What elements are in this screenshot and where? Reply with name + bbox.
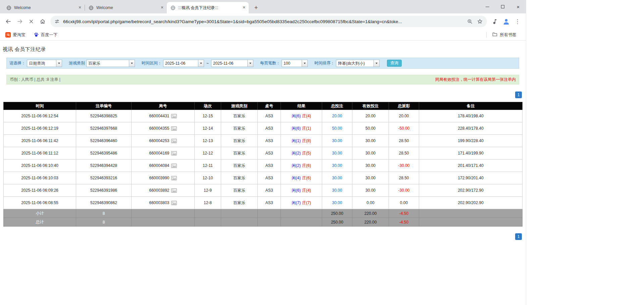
cell-table-no: AS3 [258,160,281,172]
chevron-down-icon[interactable] [302,60,307,67]
filter-label: 请选择： [9,60,26,66]
cell-bet-id: 522946396460 [76,135,132,147]
video-replay-icon[interactable] [171,114,177,118]
bookmark-baidu[interactable]: 百度一下 [32,31,60,39]
total-payout: -4.50 [389,218,419,227]
cell-time: 2025-11-06 06:12:19 [4,122,76,135]
game-type-dropdown[interactable]: 百家乐 [86,60,135,67]
chevron-down-icon[interactable] [129,60,135,67]
cell-result: 闲(2)庄(5) [281,147,322,160]
video-replay-icon[interactable] [171,176,177,180]
video-replay-icon[interactable] [171,200,177,205]
tab-bet-records[interactable]: :::视讯 会员下注纪录::: × [167,2,249,13]
new-tab-button[interactable]: + [251,3,261,12]
cell-bet-id: 522946395486 [76,147,132,160]
tab-close-icon[interactable]: × [241,5,247,10]
cell-total-bet[interactable]: 30.00 [322,135,352,147]
video-replay-icon[interactable] [171,163,177,168]
address-bar[interactable]: 66cxkj98.com/ipl/portal.php/game/betreco… [50,16,487,27]
bookmark-star-icon[interactable] [477,18,483,24]
browser-menu-icon[interactable]: ⋮ [512,16,523,27]
page-size-dropdown[interactable]: 100 [282,60,308,67]
tab-welcome-2[interactable]: Welcome × [85,2,167,13]
cell-total-bet[interactable]: 30.00 [322,184,352,197]
cell-time: 2025-11-06 06:10:40 [4,160,76,172]
cell-round: 660003803 [132,197,195,209]
stop-loading-button[interactable] [26,16,37,27]
dropdown-value: 2025-11-06 [211,60,247,67]
cell-session: 12-10 [195,172,221,184]
table-row: 2025-11-06 06:08:55 522946390862 6600038… [4,197,523,209]
result-banker: 庄(7) [302,200,311,205]
page-1-button[interactable]: 1 [515,233,522,240]
summary-bar: 币别 : 人民币 | 总共 :8 注单 | 同局有效投注，统一计算在该局第一张注… [6,75,519,84]
cell-time: 2025-11-06 06:09:26 [4,184,76,197]
site-favicon [170,5,176,10]
subtotal-label: 小计 [4,209,76,218]
empty-cell [258,209,281,218]
tab-welcome-1[interactable]: Welcome × [3,2,85,13]
cell-total-bet[interactable]: 30.00 [322,197,352,209]
cell-session: 12-13 [195,135,221,147]
tab-close-icon[interactable]: × [159,5,165,10]
chevron-down-icon[interactable] [374,60,379,67]
date-to-dropdown[interactable]: 2025-11-06 [211,60,253,67]
round-number: 660004355 [149,126,169,131]
profile-avatar[interactable] [500,16,512,27]
notice-text: 同局有效投注，统一计算在该局第一张注单内 [435,77,516,82]
media-controls-icon[interactable] [489,16,500,27]
empty-cell [281,209,322,218]
table-row: 2025-11-06 06:11:12 522946395486 6600041… [4,147,523,160]
chevron-down-icon[interactable] [198,60,204,67]
cell-game-type: 百家乐 [221,172,258,184]
dropdown-value: 日期查询 [27,60,56,67]
sort-order-dropdown[interactable]: 降幂(由大到小) [336,60,380,67]
column-header: 有效投注 [352,102,389,110]
cell-payout: -30.00 [389,160,419,172]
query-type-dropdown[interactable]: 日期查询 [27,60,62,67]
cell-total-bet[interactable]: 30.00 [322,172,352,184]
cell-valid-bet: 30.00 [352,184,389,197]
site-info-icon[interactable] [54,19,60,24]
tab-title: Welcome [14,5,75,10]
bookmark-aitaobao[interactable]: 淘 爱淘宝 [3,31,28,39]
back-button[interactable] [3,16,14,27]
page-1-button[interactable]: 1 [515,92,522,98]
column-header: 桌号 [258,102,281,110]
forward-button[interactable] [14,16,26,27]
cell-round: 660004084 [132,160,195,172]
cell-result: 闲(6)庄(1) [281,122,322,135]
dropdown-value: 100 [282,60,302,67]
cell-bet-id: 522946397668 [76,122,132,135]
cell-valid-bet: 30.00 [352,147,389,160]
chevron-down-icon[interactable] [247,60,253,67]
video-replay-icon[interactable] [171,188,177,193]
cell-total-bet[interactable]: 20.00 [322,110,352,122]
tab-close-icon[interactable]: × [77,5,83,10]
minimize-button[interactable] [480,0,495,13]
bet-records-table: 时间注单编号局号场次游戏类别桌号结果总投注有效投注总派彩备注 2025-11-0… [3,102,523,227]
video-replay-icon[interactable] [171,126,177,131]
cell-total-bet[interactable]: 50.00 [322,122,352,135]
cell-round: 660004355 [132,122,195,135]
result-player: 闲(6) [292,188,301,193]
cell-round: 660003892 [132,184,195,197]
all-bookmarks-button[interactable]: 所有书签 [490,31,518,39]
cell-time: 2025-11-06 06:08:55 [4,197,76,209]
date-from-dropdown[interactable]: 2025-11-06 [163,60,204,67]
cell-time: 2025-11-06 06:12:54 [4,110,76,122]
home-button[interactable] [37,16,48,27]
cell-total-bet[interactable]: 30.00 [322,160,352,172]
cell-remark: 202.90/172.90 [419,184,523,197]
video-replay-icon[interactable] [171,151,177,156]
empty-cell [281,218,322,227]
maximize-button[interactable] [495,0,510,13]
chevron-down-icon[interactable] [56,60,62,67]
dropdown-value: 降幂(由大到小) [336,60,374,67]
close-button[interactable]: × [510,0,526,13]
zoom-icon[interactable] [467,18,473,24]
cell-total-bet[interactable]: 30.00 [322,147,352,160]
url-text[interactable]: 66cxkj98.com/ipl/portal.php/game/betreco… [63,19,463,24]
search-button[interactable]: 查询 [387,60,402,67]
video-replay-icon[interactable] [171,138,177,143]
